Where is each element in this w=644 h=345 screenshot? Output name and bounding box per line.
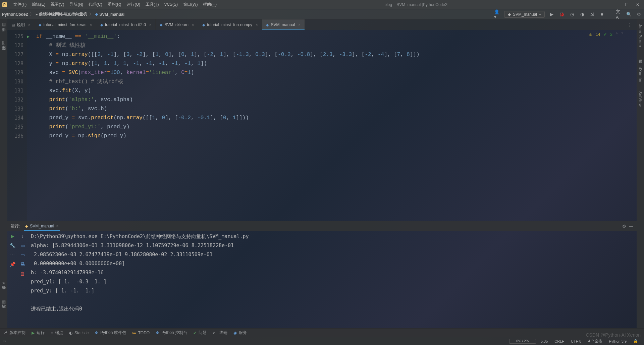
close-tab-icon[interactable]: ×: [298, 23, 300, 27]
inspection-widget[interactable]: ⚠ 14 ✔ 2 ˄ ˅: [589, 32, 623, 37]
bottom-tool--[interactable]: ⎇版本控制: [3, 330, 25, 336]
print-icon[interactable]: 🖶: [20, 262, 25, 267]
breadcrumb-part[interactable]: SVM_manual: [99, 12, 124, 17]
indent-setting[interactable]: 4 个空格: [585, 339, 605, 344]
rail-structure[interactable]: 结构: [1, 309, 6, 314]
bottom-tool-statistic[interactable]: ◐Statistic: [69, 331, 89, 335]
bottom-tool-todo[interactable]: ≔TODO: [132, 331, 150, 335]
line-number[interactable]: 129: [7, 68, 23, 77]
rail-json-parser[interactable]: Json Parser: [638, 22, 642, 50]
line-number[interactable]: 130: [7, 77, 23, 86]
menu-帮助[interactable]: 帮助(H): [200, 1, 219, 8]
rail-bookmarks[interactable]: 书签: [1, 290, 6, 295]
line-number[interactable]: 133: [7, 105, 23, 114]
bookmark-icon[interactable]: ★: [2, 281, 6, 285]
breadcrumb-part[interactable]: PythonCode2: [2, 12, 28, 17]
profile-button[interactable]: ◑: [579, 11, 585, 17]
close-tab-icon[interactable]: ×: [256, 23, 258, 27]
breadcrumb[interactable]: PythonCode2〉▸ 前馈神经网络与支持向量机〉◆ SVM_manual: [2, 11, 124, 17]
rail-sciview[interactable]: SciView: [638, 89, 642, 109]
rail-database[interactable]: 数据库: [1, 50, 6, 55]
filter1-icon[interactable]: ▭: [20, 243, 25, 248]
close-tab-icon[interactable]: ×: [28, 23, 30, 27]
debug-button[interactable]: 🐞: [559, 11, 565, 17]
users-icon[interactable]: 👤▾: [494, 11, 500, 17]
lock-icon[interactable]: 🔒: [630, 339, 641, 343]
wrench-icon[interactable]: 🔧: [10, 243, 15, 248]
close-button[interactable]: ✕: [636, 2, 639, 7]
line-number[interactable]: 135: [7, 123, 23, 132]
chevron-up-icon[interactable]: ˄: [616, 32, 618, 37]
rail-notifications[interactable]: 通知: [638, 54, 643, 59]
bottom-tool--[interactable]: ✔问题: [193, 330, 207, 336]
database-icon[interactable]: 🗄: [2, 41, 6, 46]
menu-代码[interactable]: 代码(C): [86, 1, 105, 8]
chevron-down-icon[interactable]: ˅: [621, 32, 623, 37]
ellipsis-icon[interactable]: ⋯: [10, 252, 15, 258]
pin-icon[interactable]: 📌: [10, 262, 15, 267]
minimize-button[interactable]: —: [613, 2, 618, 7]
run-button[interactable]: ▶: [549, 11, 555, 17]
tab-tutorial-minst-fnn-tf2-0[interactable]: ◆tutorial_minst_fnn-tf2.0×: [96, 19, 156, 30]
rail-project[interactable]: 项目: [1, 31, 6, 36]
bottom-tool-python-[interactable]: ❖Python 软件包: [95, 330, 126, 336]
delete-icon[interactable]: 🗑: [20, 271, 25, 276]
tab-tutorial-minst-fnn-numpy[interactable]: ◆tutorial_minst_fnn-numpy×: [198, 19, 262, 30]
tab-svm-manual[interactable]: ◆SVM_manual×: [262, 19, 305, 30]
menu-视图[interactable]: 视图(V): [48, 1, 67, 8]
python-interpreter[interactable]: Python 3.9: [605, 339, 630, 343]
file-encoding[interactable]: UTF-8: [568, 339, 585, 343]
line-number[interactable]: 131: [7, 86, 23, 95]
menu-导航[interactable]: 导航(N): [67, 1, 86, 8]
rerun-icon[interactable]: ▶: [11, 233, 14, 239]
menu-重构[interactable]: 重构(R): [105, 1, 124, 8]
bottom-tool--[interactable]: >_终端: [213, 330, 227, 336]
project-icon[interactable]: ▤: [2, 22, 6, 27]
run-tab[interactable]: ◆ SVM_manual ×: [22, 221, 61, 231]
breadcrumb-part[interactable]: 前馈神经网络与支持向量机: [39, 11, 87, 17]
bottom-tool-python-[interactable]: ❖Python 控制台: [156, 330, 187, 336]
rail-aixcoder[interactable]: aiXcoder: [638, 64, 642, 85]
structure-icon[interactable]: ▦: [2, 299, 6, 304]
bottom-tool--[interactable]: ≡端点: [51, 330, 63, 336]
line-number[interactable]: 134: [7, 114, 23, 123]
line-number[interactable]: 125: [7, 32, 23, 41]
stepover-icon[interactable]: ↓: [21, 233, 24, 239]
bottom-tool--[interactable]: ▶运行: [32, 330, 45, 336]
run-settings-icon[interactable]: ⚙: [622, 224, 626, 229]
menu-vcs[interactable]: VCS(S): [161, 1, 180, 8]
menu-工具[interactable]: 工具(T): [143, 1, 161, 8]
line-number[interactable]: 136: [7, 132, 23, 141]
attach-button[interactable]: ⇲: [589, 11, 595, 17]
close-tab-icon[interactable]: ×: [192, 23, 194, 27]
memory-indicator[interactable]: 0% / 2%: [509, 339, 536, 344]
settings-icon[interactable]: ⚙: [636, 11, 642, 17]
tabs-menu-icon[interactable]: ⋮: [626, 19, 634, 30]
maximize-button[interactable]: ☐: [625, 2, 629, 7]
bottom-tool--[interactable]: ◉服务: [233, 330, 247, 336]
run-hide-icon[interactable]: —: [629, 224, 633, 229]
close-tab-icon[interactable]: ×: [90, 23, 92, 27]
console-output[interactable]: D:\Python39\python.exe E:\PythonCode2\前馈…: [28, 231, 637, 328]
translate-icon[interactable]: 文A: [616, 11, 622, 17]
run-with-coverage-button[interactable]: ◷: [569, 11, 575, 17]
line-number[interactable]: 127: [7, 50, 23, 59]
close-tab-icon[interactable]: ×: [149, 23, 151, 27]
code-area[interactable]: if __name__ == '__main__': # 测试 线性核 X = …: [27, 30, 637, 221]
minimap[interactable]: [638, 311, 643, 318]
tab-svm-sklearn[interactable]: ◆SVM_sklearn×: [156, 19, 198, 30]
tab--[interactable]: ▤说明×: [7, 19, 35, 30]
menu-编辑[interactable]: 编辑(E): [29, 1, 48, 8]
menu-运行[interactable]: 运行(U): [124, 1, 143, 8]
filter2-icon[interactable]: ▭: [20, 252, 25, 258]
run-configuration-selector[interactable]: ◆ SVM_manual ▾: [504, 11, 545, 18]
search-icon[interactable]: 🔍: [626, 11, 632, 17]
line-number[interactable]: 128: [7, 59, 23, 68]
caret-position[interactable]: 5:35: [537, 339, 551, 343]
menu-窗口[interactable]: 窗口(W): [180, 1, 200, 8]
line-separator[interactable]: CRLF: [551, 339, 568, 343]
line-number[interactable]: 132: [7, 95, 23, 105]
tab-tutorial-minst-fnn-keras[interactable]: ◆tutorial_minst_fnn-keras×: [35, 19, 96, 30]
stop-button[interactable]: ■: [599, 11, 605, 17]
editor[interactable]: 125126127128129130131132133134135136 if …: [7, 30, 637, 221]
